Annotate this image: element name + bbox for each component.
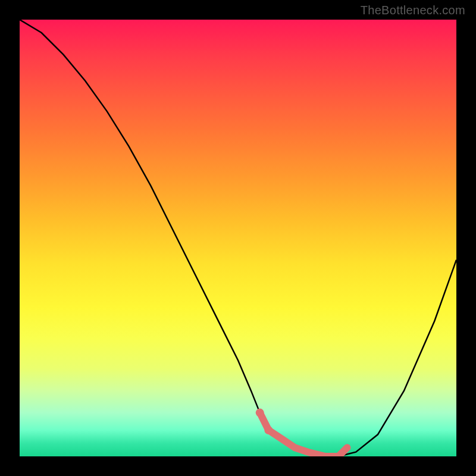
optimal-range-highlight	[260, 413, 347, 456]
chart-container: TheBottleneck.com	[0, 0, 476, 476]
plot-area	[20, 20, 456, 456]
watermark-text: TheBottleneck.com	[361, 4, 465, 17]
highlight-dot-2	[264, 426, 273, 434]
highlight-dot-1	[256, 409, 264, 417]
bottleneck-curve-line	[20, 20, 456, 456]
curve-layer	[20, 20, 456, 456]
